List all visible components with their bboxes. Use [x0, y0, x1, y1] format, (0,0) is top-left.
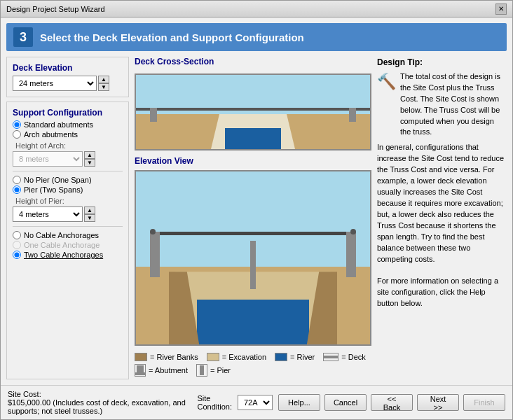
legend-abutment-icon: [135, 364, 146, 377]
legend-excavation-text: = Excavation: [222, 353, 266, 361]
arch-abutments-text: Arch abutments: [24, 130, 78, 139]
ev-abutment-right: [346, 232, 356, 276]
legend-excavation: = Excavation: [207, 353, 266, 361]
title-bar: Design Project Setup Wizard ✕: [1, 1, 512, 18]
legend-pier: = Pier: [196, 364, 231, 377]
abutment-radio-group: Standard abutments Arch abutments: [13, 120, 123, 139]
ev-left-bank-bg: [136, 267, 173, 344]
legend-river-banks-text: = River Banks: [150, 353, 198, 361]
site-cost-row: Site Cost:: [8, 390, 197, 398]
cross-water: [225, 128, 281, 149]
legend-pier-text: = Pier: [210, 366, 231, 374]
deck-elevation-row: 24 meters 20 meters 16 meters 12 meters …: [13, 76, 123, 91]
one-cable-radio[interactable]: [13, 241, 21, 249]
arch-abutments-label[interactable]: Arch abutments: [13, 130, 123, 139]
legend-river-banks: = River Banks: [135, 353, 198, 361]
design-tip-para1: The total cost of the design is the Site…: [400, 71, 507, 139]
deck-elevation-down[interactable]: ▼: [98, 83, 109, 91]
legend-deck-icon: [323, 353, 338, 361]
close-button[interactable]: ✕: [495, 4, 507, 15]
two-cable-label[interactable]: Two Cable Anchorages: [13, 251, 123, 259]
legend-river-text: = River: [290, 353, 315, 361]
pier-height-down[interactable]: ▼: [84, 214, 95, 222]
design-tip-icon: 🔨: [377, 71, 396, 93]
footer-right: Site Condition: 72A Help... Cancel << Ba…: [197, 394, 505, 411]
arch-height-down[interactable]: ▼: [84, 159, 95, 167]
pier-height-spinner: ▲ ▼: [84, 206, 95, 222]
ev-pier: [250, 241, 256, 289]
arch-height-up[interactable]: ▲: [84, 151, 95, 159]
footer-left: Site Cost: $105,000.00 (Includes cost of…: [8, 390, 197, 415]
ev-cable-left: [150, 229, 156, 234]
standard-abutments-label[interactable]: Standard abutments: [13, 120, 123, 129]
deck-elevation-spinner: ▲ ▼: [98, 76, 109, 91]
design-tip-title: Design Tip:: [377, 57, 507, 69]
standard-abutments-radio[interactable]: [13, 120, 21, 129]
left-column: Deck Elevation 24 meters 20 meters 16 me…: [6, 57, 129, 379]
legend-river-icon: [275, 353, 287, 361]
cancel-button[interactable]: Cancel: [324, 394, 367, 411]
no-pier-text: No Pier (One Span): [24, 176, 92, 184]
no-cable-text: No Cable Anchorages: [24, 231, 99, 239]
main-window: Design Project Setup Wizard ✕ 3 Select t…: [0, 0, 513, 420]
ev-abutment-left: [150, 232, 160, 276]
no-pier-label[interactable]: No Pier (One Span): [13, 176, 123, 184]
pier-two-spans-text: Pier (Two Spans): [24, 186, 83, 194]
finish-button[interactable]: Finish: [463, 394, 505, 411]
legend-excavation-icon: [207, 353, 219, 361]
legend-deck: = Deck: [323, 353, 366, 361]
pier-height-row: 4 meters 6 meters 8 meters ▲ ▼: [13, 206, 123, 222]
pier-two-spans-radio[interactable]: [13, 186, 21, 194]
legend: = River Banks = Excavation = River: [135, 350, 371, 379]
back-button[interactable]: << Back: [371, 394, 413, 411]
three-col-layout: Deck Elevation 24 meters 20 meters 16 me…: [6, 57, 507, 379]
arch-abutments-radio[interactable]: [13, 130, 21, 139]
legend-river: = River: [275, 353, 315, 361]
pier-height-select[interactable]: 4 meters 6 meters 8 meters: [13, 206, 83, 222]
pier-height-label: Height of Pier:: [15, 197, 123, 205]
elevation-view-label: Elevation View: [135, 156, 371, 166]
ev-right-bank-bg: [333, 267, 370, 344]
site-condition-select[interactable]: 72A: [238, 395, 273, 410]
one-cable-label[interactable]: One Cable Anchorage: [13, 241, 123, 249]
legend-abutment: = Abutment: [135, 364, 188, 377]
ev-cable-right: [350, 229, 356, 234]
pier-radio-group: No Pier (One Span) Pier (Two Spans): [13, 176, 123, 194]
one-cable-text: One Cable Anchorage: [24, 241, 100, 249]
two-cable-radio[interactable]: [13, 251, 21, 259]
deck-elevation-label: Deck Elevation: [13, 63, 123, 73]
arch-height-select[interactable]: 8 meters 6 meters 4 meters: [13, 151, 83, 167]
deck-elevation-select[interactable]: 24 meters 20 meters 16 meters 12 meters: [13, 76, 97, 91]
design-tip-para2: In general, configurations that increase…: [377, 142, 507, 265]
no-pier-radio[interactable]: [13, 176, 21, 184]
ev-river: [197, 300, 309, 344]
design-tip-para3: For more information on selecting a site…: [377, 276, 507, 309]
page-title: Select the Deck Elevation and Support Co…: [40, 31, 304, 43]
site-cost-value: $105,000.00 (Includes cost of deck, exca…: [8, 398, 197, 415]
main-content: 3 Select the Deck Elevation and Support …: [1, 18, 512, 385]
title-bar-text: Design Project Setup Wizard: [6, 5, 105, 13]
two-cable-text: Two Cable Anchorages: [24, 251, 103, 259]
cross-abutment-left: [150, 108, 157, 122]
site-condition-label: Site Condition:: [197, 394, 232, 411]
site-cost-label: Site Cost:: [8, 390, 41, 398]
deck-elevation-section: Deck Elevation 24 meters 20 meters 16 me…: [6, 57, 129, 97]
pier-height-up[interactable]: ▲: [84, 206, 95, 214]
step-badge: 3: [13, 27, 33, 47]
footer: Site Cost: $105,000.00 (Includes cost of…: [1, 385, 512, 419]
pier-two-spans-label[interactable]: Pier (Two Spans): [13, 186, 123, 194]
legend-deck-text: = Deck: [341, 353, 366, 361]
cable-radio-group: No Cable Anchorages One Cable Anchorage …: [13, 231, 123, 259]
no-cable-label[interactable]: No Cable Anchorages: [13, 231, 123, 239]
middle-column: Deck Cross-Section Elevation View: [135, 57, 371, 379]
cross-sky: [136, 75, 370, 117]
support-config-label: Support Configuration: [13, 108, 123, 118]
next-button[interactable]: Next >>: [417, 394, 459, 411]
no-cable-radio[interactable]: [13, 231, 21, 239]
deck-elevation-up[interactable]: ▲: [98, 76, 109, 83]
legend-pier-icon: [196, 364, 207, 377]
arch-height-spinner: ▲ ▼: [84, 151, 95, 167]
cross-abutment-right: [349, 108, 356, 122]
help-button[interactable]: Help...: [278, 394, 320, 411]
design-tip-icon-area: 🔨 The total cost of the design is the Si…: [377, 71, 507, 139]
